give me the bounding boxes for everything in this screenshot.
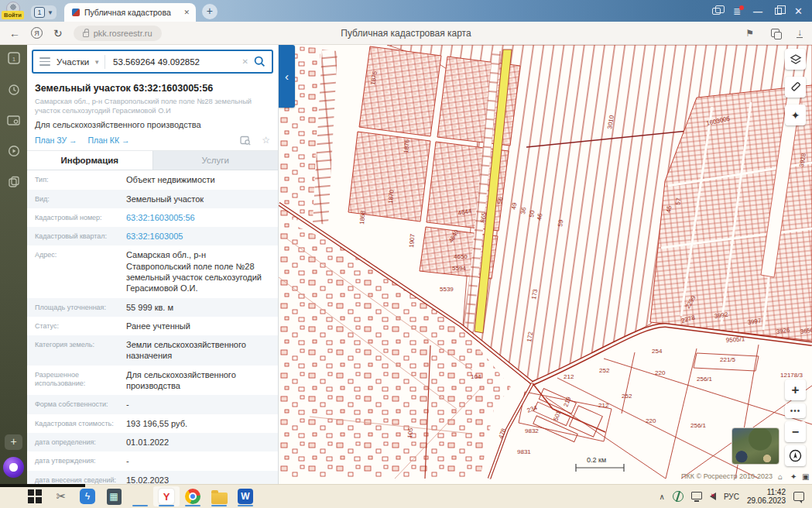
map-parcel-label: 1907 <box>408 233 416 248</box>
cadastral-map[interactable]: 0.2 км ПКК © Росреестр 2010-2023 ⌂ ✦ ▣ 1… <box>279 45 812 484</box>
zoom-out-button[interactable]: − <box>785 421 806 442</box>
layers-button[interactable] <box>785 49 806 70</box>
close-button[interactable]: ✕ <box>794 5 803 17</box>
chrome-icon[interactable] <box>180 486 206 506</box>
search-category[interactable]: Участки <box>57 57 89 67</box>
restore-button[interactable] <box>775 8 782 15</box>
shared-tabs-icon[interactable] <box>712 8 721 15</box>
video-icon[interactable] <box>8 145 20 157</box>
table-row: Кадастровый номер:63:32:1603005:56 <box>27 208 278 227</box>
table-row: Категория земель:Земли сельскохозяйствен… <box>27 335 278 366</box>
plan-zu-link[interactable]: План ЗУ → <box>35 136 77 145</box>
cadastral-number-link[interactable]: 63:32:1603005:56 <box>126 212 278 223</box>
minimize-button[interactable]: — <box>753 6 762 17</box>
zoom-options-button[interactable]: ••• <box>785 403 806 418</box>
snipping-tool-icon[interactable]: ✂ <box>48 486 74 506</box>
panel-tabs: Информация Услуги <box>27 151 278 170</box>
strip-add-button[interactable]: + <box>5 434 22 450</box>
star-icon[interactable]: ☆ <box>262 135 270 146</box>
chevron-down-icon[interactable]: ▼ <box>47 9 53 16</box>
plan-kk-link[interactable]: План КК → <box>88 136 130 145</box>
notifications-icon[interactable] <box>793 492 804 501</box>
time: 11:42 <box>767 488 786 496</box>
map-parcel-label: 252 <box>599 367 610 374</box>
zoom-in-button[interactable]: + <box>785 379 806 400</box>
yandex-app-icon[interactable]: Y <box>153 486 180 506</box>
table-row: Форма собственности:- <box>27 395 278 414</box>
bookmark-flag-icon[interactable]: ⚑ <box>745 28 754 39</box>
new-tab-button[interactable]: + <box>202 4 218 19</box>
browser-menu-icon[interactable]: ≣ <box>733 8 741 15</box>
search-result-card: Земельный участок 63:32:1603005:56 Самар… <box>27 77 278 151</box>
volume-muted-icon[interactable] <box>710 493 716 500</box>
reload-icon[interactable]: ↻ <box>53 27 63 39</box>
locate-object-button[interactable]: ✦ <box>785 105 806 125</box>
collections-icon[interactable] <box>771 29 779 37</box>
messenger-app-icon[interactable]: ϟ <box>74 486 101 506</box>
parcel-title: Земельный участок 63:32:1603005:56 <box>35 83 270 94</box>
tab-group-button[interactable]: 1 ▼ <box>31 5 57 19</box>
profile-area[interactable]: Войти <box>0 0 26 22</box>
svg-text:1: 1 <box>12 56 15 63</box>
start-button[interactable] <box>22 486 48 506</box>
lock-icon <box>83 32 89 37</box>
tab-count: 1 <box>34 7 45 18</box>
parcel-usage: Для сельскохозяйственного производства <box>35 120 270 129</box>
system-tray: ∧ РУС 11:42 29.06.2023 <box>660 488 804 506</box>
language-indicator[interactable]: РУС <box>724 493 739 501</box>
table-row: Кадастровая стоимость:193 196,55 руб. <box>27 414 278 433</box>
geolocation-button[interactable] <box>785 445 806 466</box>
toolbar-right: ⚑ ↓ <box>745 28 803 39</box>
home-icon[interactable]: ⌂ <box>778 472 783 481</box>
map-parcel-label: 9832 <box>525 427 539 434</box>
search-input[interactable] <box>111 57 237 67</box>
history-icon[interactable] <box>8 84 20 96</box>
map-parcel-label: 5594 <box>452 265 466 272</box>
search-icon[interactable] <box>254 56 266 67</box>
table-row: дата внесения сведений:15.02.2023 <box>27 471 278 484</box>
yandex-browser-icon[interactable] <box>127 486 153 506</box>
login-badge[interactable]: Войти <box>2 11 24 19</box>
chevron-down-icon[interactable]: ▼ <box>94 59 100 66</box>
tab-close-icon[interactable]: ✕ <box>183 9 190 16</box>
panel-collapse-button[interactable]: ‹ <box>279 45 295 108</box>
menu-icon[interactable] <box>39 57 50 66</box>
position-icon[interactable]: ✦ <box>790 472 797 481</box>
tab-information[interactable]: Информация <box>27 151 152 170</box>
screenshot-icon[interactable] <box>7 115 20 126</box>
fullscreen-icon[interactable]: ▣ <box>802 472 809 481</box>
map-parcel-label: 9831 <box>517 448 531 455</box>
clock[interactable]: 11:42 29.06.2023 <box>747 488 786 506</box>
network-icon[interactable] <box>673 491 684 502</box>
table-row: Кадастровый квартал:63:32:1603005 <box>27 227 278 245</box>
calculator-icon[interactable]: ▦ <box>101 486 127 506</box>
cadastral-block-link[interactable]: 63:32:1603005 <box>126 231 278 242</box>
measure-button[interactable] <box>785 77 806 98</box>
window-controls: ≣ — ✕ <box>712 5 812 22</box>
map-parcel-label: 220 <box>646 417 656 424</box>
taskbar: ✂ ϟ ▦ Y W ∧ РУС 11:42 29.06.2023 <box>0 484 812 508</box>
tab-panel-icon[interactable]: 1 <box>7 51 21 65</box>
word-icon[interactable]: W <box>232 486 259 506</box>
tab-favicon <box>72 9 80 16</box>
address-bar[interactable]: pkk.rosreestr.ru <box>74 26 162 41</box>
table-row: Статус:Ранее учтенный <box>27 317 278 335</box>
map-attribution: ПКК © Росреестр 2010-2023 <box>681 472 773 480</box>
download-icon[interactable]: ↓ <box>797 29 803 38</box>
tab-services[interactable]: Услуги <box>152 151 279 170</box>
browser-tab-bar: Войти 1 ▼ Публичная кадастрова ✕ + ≣ — ✕ <box>0 0 812 22</box>
clear-search-icon[interactable]: ✕ <box>242 57 248 66</box>
map-parcel-label: 105 <box>406 427 414 439</box>
file-explorer-icon[interactable] <box>206 486 232 506</box>
back-icon[interactable]: ← <box>9 27 20 39</box>
show-on-map-icon[interactable] <box>240 136 251 146</box>
copy-icon[interactable] <box>8 176 20 188</box>
alice-assistant-icon[interactable] <box>3 457 24 478</box>
map-canvas[interactable]: 0.2 км ПКК © Росреестр 2010-2023 ⌂ ✦ ▣ 1… <box>279 45 812 484</box>
satellite-layer-thumbnail[interactable] <box>731 427 779 465</box>
tab-active[interactable]: Публичная кадастрова ✕ <box>64 3 196 22</box>
tray-expand-icon[interactable]: ∧ <box>660 493 665 501</box>
map-parcel-label: 1870 <box>387 189 396 204</box>
display-icon[interactable] <box>691 492 702 499</box>
yandex-search-icon[interactable]: Я <box>31 27 43 39</box>
